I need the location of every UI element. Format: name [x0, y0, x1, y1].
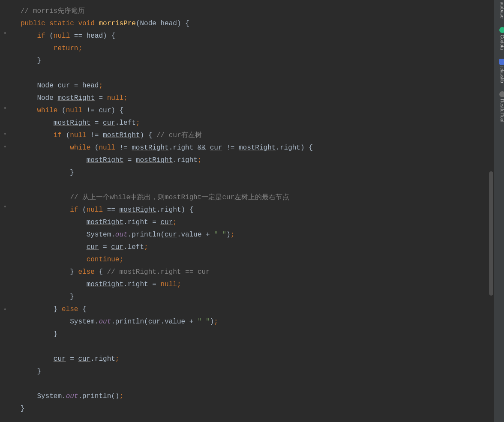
database-label: atabase: [496, 2, 504, 18]
restful-label: RestfulTool: [496, 99, 504, 122]
code-line[interactable]: mostRight.right = null;: [21, 278, 489, 291]
code-line[interactable]: mostRight = mostRight.right;: [21, 154, 489, 167]
code-line[interactable]: }: [21, 328, 489, 341]
tool-codota[interactable]: Codota: [494, 25, 504, 51]
code-line[interactable]: mostRight = cur.left;: [21, 117, 489, 129]
scrollbar-thumb[interactable]: [489, 171, 493, 296]
code-line[interactable]: [21, 341, 489, 353]
code-line[interactable]: System.out.println(cur.value + " ");: [21, 316, 489, 328]
code-line[interactable]: if (null == mostRight.right) {: [21, 204, 489, 216]
code-line[interactable]: // 从上一个while中跳出，则mostRight一定是cur左树上的最右节点: [21, 192, 489, 204]
code-line[interactable]: cur = cur.left;: [21, 241, 489, 254]
code-line[interactable]: // morris先序遍历: [21, 5, 489, 18]
codota-label: Codota: [496, 35, 504, 50]
code-line[interactable]: [21, 67, 489, 80]
code-line[interactable]: System.out.println();: [21, 390, 489, 403]
code-line[interactable]: }: [21, 291, 489, 303]
code-line[interactable]: Node mostRight = null;: [21, 92, 489, 105]
tool-database[interactable]: atabase: [494, 0, 504, 20]
code-line[interactable]: continue;: [21, 254, 489, 266]
code-editor[interactable]: // morris先序遍历public static void morrisPr…: [0, 0, 489, 422]
codota-icon: [499, 27, 504, 33]
code-line[interactable]: while (null != mostRight.right && cur !=…: [21, 142, 489, 154]
code-line[interactable]: public static void morrisPre(Node head) …: [21, 18, 489, 30]
code-line[interactable]: [21, 378, 489, 390]
code-line[interactable]: if (null != mostRight) { // cur有左树: [21, 129, 489, 142]
code-line[interactable]: mostRight.right = cur;: [21, 216, 489, 229]
code-line[interactable]: } else {: [21, 303, 489, 316]
code-line[interactable]: System.out.println(cur.value + " ");: [21, 229, 489, 241]
code-line[interactable]: Node cur = head;: [21, 80, 489, 92]
code-line[interactable]: }: [21, 403, 489, 415]
tool-restful[interactable]: RestfulTool: [494, 90, 504, 124]
code-line[interactable]: return;: [21, 42, 489, 55]
jclasslib-icon: [499, 59, 504, 65]
tool-jclasslib[interactable]: jclasslib: [494, 57, 504, 85]
right-tool-panel: atabase Codota jclasslib RestfulTool: [494, 0, 504, 422]
code-line[interactable]: cur = cur.right;: [21, 353, 489, 365]
code-line[interactable]: while (null != cur) {: [21, 105, 489, 117]
code-line[interactable]: if (null == head) {: [21, 30, 489, 42]
scrollbar-track[interactable]: [489, 0, 494, 422]
code-line[interactable]: }: [21, 365, 489, 378]
jclasslib-label: jclasslib: [496, 66, 504, 83]
code-line[interactable]: }: [21, 55, 489, 67]
restful-icon: [499, 91, 504, 97]
code-line[interactable]: } else { // mostRight.right == cur: [21, 266, 489, 278]
code-line[interactable]: }: [21, 167, 489, 179]
code-line[interactable]: [21, 179, 489, 192]
